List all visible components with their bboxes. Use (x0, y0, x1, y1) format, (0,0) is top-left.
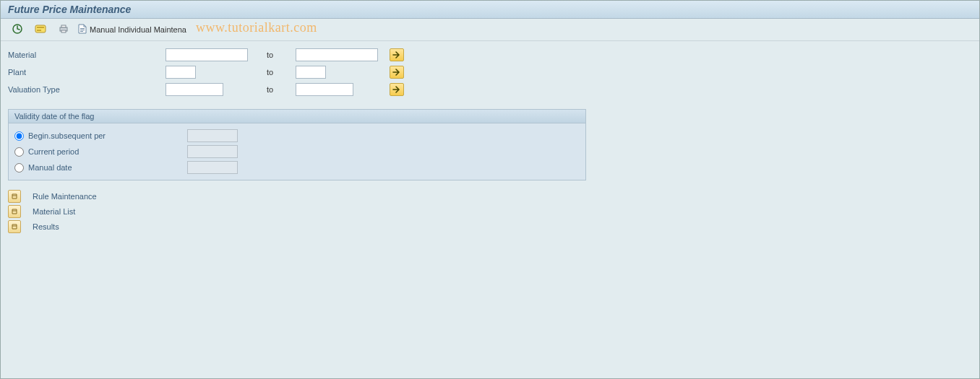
toolbar: Manual Individual Maintena www.tutorialk… (1, 19, 979, 41)
groupbox-body: Begin.subsequent per Current period Manu… (9, 123, 585, 180)
radio-current-period[interactable] (14, 147, 24, 157)
radio-label-current-period: Current period (28, 147, 187, 156)
radio-label-begin-subsequent: Begin.subsequent per (28, 131, 187, 140)
svg-rect-5 (61, 25, 66, 27)
to-label: to (267, 85, 273, 94)
label-valuation-type: Valuation Type (8, 85, 166, 94)
clock-execute-icon (12, 24, 22, 35)
plant-multiple-selection-button[interactable] (390, 66, 404, 79)
expander-label: Material List (33, 207, 75, 216)
page-title: Future Price Maintenance (8, 4, 972, 15)
material-to-input[interactable] (296, 48, 378, 61)
svg-rect-3 (37, 30, 41, 31)
to-label: to (267, 51, 273, 59)
watermark-text: www.tutorialkart.com (196, 20, 317, 35)
material-from-input[interactable] (166, 48, 248, 61)
svg-rect-7 (80, 28, 85, 29)
expander-label: Rule Maintenance (33, 192, 97, 201)
svg-rect-6 (61, 30, 66, 32)
manual-individual-label: Manual Individual Maintena (90, 25, 186, 34)
expander-material-list[interactable]: Material List (8, 204, 972, 219)
content: Material to Plant to (1, 41, 979, 240)
svg-rect-8 (80, 30, 85, 30)
valuation-type-multiple-selection-button[interactable] (390, 83, 404, 96)
app-frame: Future Price Maintenance (0, 0, 980, 379)
plant-to-input[interactable] (296, 66, 326, 79)
valuation-type-to-input[interactable] (296, 83, 353, 96)
manual-individual-button[interactable]: Manual Individual Maintena (76, 22, 192, 38)
radio-row-current-period[interactable]: Current period (14, 144, 580, 160)
expander-label: Results (33, 222, 59, 231)
radio-begin-subsequent[interactable] (14, 131, 24, 141)
plant-from-input[interactable] (166, 66, 196, 79)
row-plant: Plant to (8, 64, 972, 80)
radio-row-begin-subsequent[interactable]: Begin.subsequent per (14, 128, 580, 144)
label-material: Material (8, 51, 166, 59)
label-plant: Plant (8, 68, 166, 77)
row-valuation-type: Valuation Type to (8, 82, 972, 97)
radio-manual-date[interactable] (14, 163, 24, 173)
validity-date-groupbox: Validity date of the flag Begin.subseque… (8, 109, 586, 180)
variant-icon (35, 24, 46, 35)
arrow-right-icon (392, 69, 401, 76)
row-material: Material to (8, 47, 972, 63)
to-label: to (267, 68, 273, 77)
expander-list: Rule Maintenance Material List (8, 189, 972, 234)
printer-icon (59, 24, 69, 35)
valuation-type-from-input[interactable] (166, 83, 223, 96)
expand-icon (8, 205, 21, 218)
execute-button[interactable] (7, 22, 28, 38)
titlebar: Future Price Maintenance (1, 1, 979, 19)
svg-rect-1 (35, 25, 46, 32)
print-button[interactable] (53, 22, 74, 38)
expand-icon (8, 190, 21, 203)
groupbox-title: Validity date of the flag (9, 110, 585, 123)
arrow-right-icon (392, 86, 401, 93)
svg-rect-2 (37, 27, 44, 28)
radio-row-manual-date[interactable]: Manual date (14, 160, 580, 175)
begin-subsequent-date-field (187, 129, 238, 142)
arrow-right-icon (392, 51, 401, 58)
expander-results[interactable]: Results (8, 219, 972, 234)
document-icon (78, 24, 87, 35)
material-multiple-selection-button[interactable] (390, 48, 404, 61)
current-period-date-field (187, 145, 238, 158)
svg-rect-9 (80, 31, 83, 32)
manual-date-field (187, 161, 238, 174)
radio-label-manual-date: Manual date (28, 163, 187, 172)
variant-button[interactable] (30, 22, 51, 38)
expand-icon (8, 220, 21, 233)
expander-rule-maintenance[interactable]: Rule Maintenance (8, 189, 972, 204)
